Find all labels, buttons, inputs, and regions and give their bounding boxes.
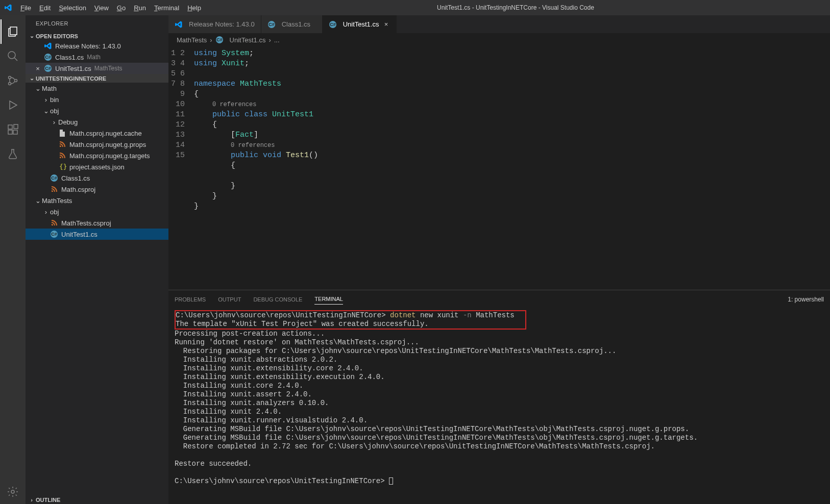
problems-tab[interactable]: PROBLEMS: [175, 294, 206, 305]
chevron-down-icon: ⌄: [42, 107, 50, 115]
title-bar: FileEditSelectionViewGoRunTerminalHelp U…: [0, 0, 830, 15]
json-file-icon: [58, 163, 66, 171]
close-icon[interactable]: ×: [34, 65, 42, 72]
chevron-right-icon: ›: [28, 497, 36, 503]
outline-header[interactable]: ›OUTLINE: [26, 496, 168, 504]
terminal-output[interactable]: C:\Users\johnv\source\repos\UnitTestingI…: [168, 308, 830, 504]
window-title: UnitTest1.cs - UnitTestingInNETCore - Vi…: [205, 4, 826, 11]
cs-file-icon: [50, 230, 58, 238]
folder-item[interactable]: ⌄MathTests: [26, 195, 168, 206]
svg-line-6: [14, 58, 17, 61]
menu-file[interactable]: File: [16, 2, 35, 14]
menu-edit[interactable]: Edit: [35, 2, 55, 14]
open-editor-item[interactable]: ×UnitTest1.csMathTests: [26, 63, 168, 74]
editor-tab[interactable]: UnitTest1.cs×: [323, 15, 397, 33]
file-item[interactable]: Math.csproj: [26, 184, 168, 195]
menu-terminal[interactable]: Terminal: [150, 2, 183, 14]
panel-tabs: PROBLEMS OUTPUT DEBUG CONSOLE TERMINAL 1…: [168, 290, 830, 308]
svg-rect-12: [13, 130, 17, 134]
rss-file-icon: [50, 185, 58, 193]
chevron-right-icon: ›: [50, 118, 58, 126]
menu-run[interactable]: Run: [130, 2, 150, 14]
chevron-down-icon: ⌄: [28, 33, 36, 39]
breadcrumb[interactable]: MathTests› UnitTest1.cs› ...: [168, 33, 830, 46]
svg-rect-4: [10, 27, 17, 35]
open-editor-item[interactable]: Release Notes: 1.43.0: [26, 40, 168, 52]
rss-file-icon: [58, 152, 66, 160]
svg-point-14: [11, 490, 14, 493]
settings-gear-icon[interactable]: [1, 480, 25, 504]
chevron-down-icon: ⌄: [28, 75, 36, 82]
svg-point-5: [8, 52, 15, 59]
file-item[interactable]: Math.csproj.nuget.cache: [26, 128, 168, 139]
cs-file-icon: [329, 20, 337, 29]
chevron-down-icon: ⌄: [34, 197, 42, 205]
cs-file-icon: [267, 20, 276, 29]
vscode-file-icon: [175, 20, 183, 29]
rss-file-icon: [58, 140, 66, 148]
file-item[interactable]: Math.csproj.nuget.g.props: [26, 139, 168, 150]
folder-item[interactable]: ›obj: [26, 206, 168, 217]
editor-tab[interactable]: Class1.cs: [261, 15, 323, 33]
explorer-sidebar: EXPLORER ⌄OPEN EDITORS Release Notes: 1.…: [26, 15, 168, 504]
svg-point-9: [15, 80, 17, 82]
run-debug-icon[interactable]: [1, 93, 25, 117]
file-item[interactable]: project.assets.json: [26, 161, 168, 172]
menu-view[interactable]: View: [90, 2, 113, 14]
activity-bar: [0, 15, 26, 504]
svg-point-7: [9, 77, 11, 79]
search-icon[interactable]: [1, 44, 25, 68]
vscode-file-icon: [44, 42, 52, 50]
editor-tabs: Release Notes: 1.43.0Class1.csUnitTest1.…: [168, 15, 830, 33]
svg-rect-10: [8, 125, 12, 129]
open-editor-item[interactable]: Class1.csMath: [26, 52, 168, 63]
folder-item[interactable]: ⌄Math: [26, 83, 168, 94]
file-item[interactable]: Math.csproj.nuget.g.targets: [26, 150, 168, 161]
extensions-icon[interactable]: [1, 117, 25, 142]
menu-bar: FileEditSelectionViewGoRunTerminalHelp: [16, 2, 205, 14]
file-file-icon: [58, 129, 66, 137]
rss-file-icon: [50, 219, 58, 227]
chevron-down-icon: ⌄: [34, 85, 42, 92]
app-logo-icon: [4, 4, 12, 12]
output-tab[interactable]: OUTPUT: [218, 294, 241, 305]
cs-file-icon: [44, 64, 52, 72]
menu-selection[interactable]: Selection: [55, 2, 90, 14]
chevron-right-icon: ›: [42, 96, 50, 104]
close-icon[interactable]: ×: [382, 20, 390, 28]
code-editor[interactable]: 1 2 3 4 5 6 7 8 9 10 11 12 13 14 15 usin…: [168, 46, 830, 290]
file-item[interactable]: Class1.cs: [26, 172, 168, 184]
cs-file-icon: [50, 174, 58, 182]
editor-tab[interactable]: Release Notes: 1.43.0: [168, 15, 261, 33]
terminal-cursor: [389, 477, 393, 485]
debug-console-tab[interactable]: DEBUG CONSOLE: [253, 294, 302, 305]
svg-point-8: [9, 83, 11, 85]
terminal-tab[interactable]: TERMINAL: [314, 294, 343, 305]
code-content[interactable]: using System; using Xunit; namespace Mat…: [194, 46, 318, 290]
open-editors-header[interactable]: ⌄OPEN EDITORS: [26, 32, 168, 40]
file-item[interactable]: UnitTest1.cs: [26, 229, 168, 240]
menu-go[interactable]: Go: [113, 2, 130, 14]
cs-file-icon: [44, 53, 52, 61]
source-control-icon[interactable]: [1, 68, 25, 93]
svg-rect-11: [8, 130, 12, 134]
file-item[interactable]: MathTests.csproj: [26, 217, 168, 229]
svg-rect-13: [14, 124, 18, 129]
terminal-selector[interactable]: 1: powershell: [788, 296, 824, 303]
line-gutter: 1 2 3 4 5 6 7 8 9 10 11 12 13 14 15: [168, 46, 194, 290]
chevron-right-icon: ›: [42, 208, 50, 216]
menu-help[interactable]: Help: [183, 2, 205, 14]
folder-item[interactable]: ⌄obj: [26, 105, 168, 116]
sidebar-title: EXPLORER: [26, 15, 168, 32]
bottom-panel: PROBLEMS OUTPUT DEBUG CONSOLE TERMINAL 1…: [168, 290, 830, 504]
testing-icon[interactable]: [1, 142, 25, 166]
cs-file-icon: [215, 36, 224, 44]
folder-item[interactable]: ›bin: [26, 94, 168, 105]
folder-item[interactable]: ›Debug: [26, 116, 168, 128]
workspace-header[interactable]: ⌄UNITTESTINGINNETCORE: [26, 74, 168, 83]
explorer-icon[interactable]: [1, 19, 25, 44]
